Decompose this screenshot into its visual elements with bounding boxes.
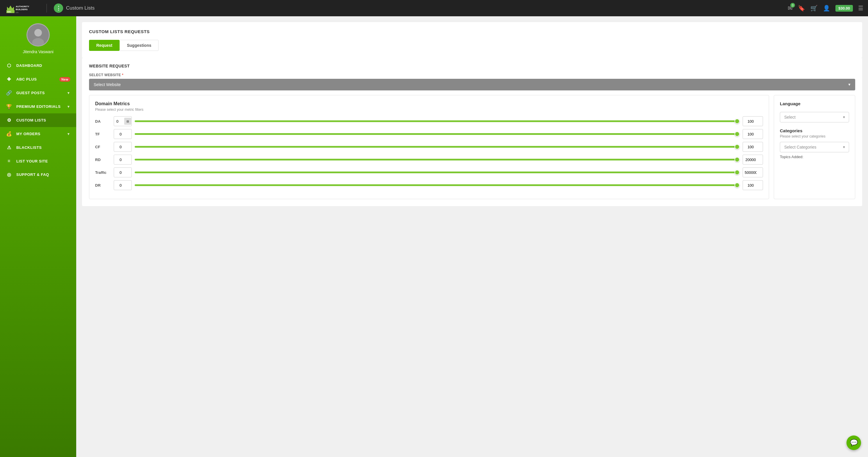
- metric-row-da: DA ⊟: [95, 116, 763, 126]
- menu-button[interactable]: ☰: [858, 5, 863, 12]
- svg-text:CO.: CO.: [16, 12, 19, 13]
- slider-cf[interactable]: [135, 142, 740, 152]
- logo-icon: ABC AUTHORITY BUILDERS CO.: [5, 3, 39, 14]
- arrow-icon: ▼: [67, 91, 70, 95]
- arrow-icon-2: ▼: [67, 105, 70, 109]
- domain-metrics-title: Domain Metrics: [95, 101, 763, 106]
- metric-row-tf: TF: [95, 129, 763, 139]
- account-button[interactable]: 👤: [823, 5, 830, 12]
- username-label: Jitendra Vaswani: [23, 50, 54, 54]
- metric-max-tf[interactable]: [743, 129, 763, 139]
- nav-page-title: Custom Lists: [66, 5, 95, 11]
- svg-point-8: [32, 38, 44, 46]
- sidebar-item-support-faq[interactable]: ◎ SUPPORT & FAQ: [0, 168, 76, 182]
- slider-dr[interactable]: [135, 180, 740, 190]
- range-cf[interactable]: [135, 146, 740, 148]
- range-tf[interactable]: [135, 133, 740, 135]
- svg-marker-0: [7, 5, 14, 11]
- list-icon: ≡: [6, 158, 12, 164]
- dashboard-icon: ⬡: [6, 63, 12, 68]
- metric-max-dr[interactable]: [743, 180, 763, 190]
- nav-divider: [46, 4, 47, 12]
- metric-min-tf[interactable]: [114, 129, 132, 139]
- metric-label-tf: TF: [95, 132, 111, 136]
- categories-section: Categories Please select your categories…: [780, 128, 849, 159]
- language-select-wrapper: Select: [780, 112, 849, 122]
- nav-menu-button[interactable]: ⋮: [54, 3, 63, 13]
- range-traffic[interactable]: [135, 171, 740, 173]
- sidebar-item-custom-lists[interactable]: ⚙ CUSTOM LISTS: [0, 113, 76, 127]
- select-website-dropdown[interactable]: Select Website: [89, 79, 855, 90]
- metric-label-dr: DR: [95, 183, 111, 188]
- notifications-button[interactable]: ✉ 0: [788, 5, 793, 12]
- tabs-row: Request Suggestions: [89, 40, 855, 51]
- side-panel: Language Select Categories Please select…: [774, 95, 855, 199]
- new-badge: New: [59, 77, 70, 82]
- metric-row-traffic: Traffic: [95, 167, 763, 177]
- slider-tf[interactable]: [135, 129, 740, 139]
- sidebar-item-blacklists[interactable]: ⚠ BLACKLISTS: [0, 141, 76, 154]
- balance-button[interactable]: $30.00: [835, 5, 853, 12]
- metric-icon-btn-da[interactable]: ⊟: [124, 118, 131, 125]
- metric-min-dr[interactable]: [114, 180, 132, 190]
- sidebar-item-premium-editorials[interactable]: 🏆 PREMIUM EDITORIALS ▼: [0, 100, 76, 113]
- metric-min-rd[interactable]: [114, 155, 132, 165]
- chat-icon: 💬: [850, 439, 858, 447]
- slider-rd[interactable]: [135, 155, 740, 165]
- sidebar-item-guest-posts[interactable]: 🔗 GUEST POSTS ▼: [0, 86, 76, 100]
- domain-metrics-subtitle: Please select your metric filters: [95, 107, 763, 111]
- sidebar-item-dashboard[interactable]: ⬡ DASHBOARD: [0, 59, 76, 72]
- select-website-label: SELECT WEBSITE *: [89, 73, 855, 77]
- chat-fab-button[interactable]: 💬: [846, 435, 861, 450]
- metric-row-dr: DR: [95, 180, 763, 190]
- sidebar-item-abc-plus[interactable]: ✚ ABC PLUS New: [0, 72, 76, 86]
- language-section: Language Select: [780, 101, 849, 122]
- metric-max-cf[interactable]: [743, 142, 763, 152]
- website-request-card: WEBSITE REQUEST SELECT WEBSITE * Select …: [82, 58, 862, 206]
- tab-suggestions[interactable]: Suggestions: [120, 40, 158, 51]
- metrics-layout: Domain Metrics Please select your metric…: [89, 95, 855, 199]
- metric-max-traffic[interactable]: [743, 167, 763, 177]
- slider-traffic[interactable]: [135, 167, 740, 177]
- svg-text:BUILDERS: BUILDERS: [16, 8, 28, 11]
- metric-row-cf: CF: [95, 142, 763, 152]
- language-select[interactable]: Select: [780, 112, 849, 122]
- range-dr[interactable]: [135, 184, 740, 186]
- metric-label-traffic: Traffic: [95, 170, 111, 175]
- slider-da[interactable]: [135, 116, 740, 126]
- top-nav: ABC AUTHORITY BUILDERS CO. ⋮ Custom List…: [0, 0, 868, 16]
- sidebar-item-list-your-site[interactable]: ≡ LIST YOUR SITE: [0, 154, 76, 168]
- metric-input-da-wrapper: ⊟: [114, 116, 132, 126]
- metric-row-rd: RD: [95, 155, 763, 165]
- categories-select[interactable]: Select Categories: [780, 142, 849, 152]
- metric-max-rd[interactable]: [743, 155, 763, 165]
- categories-subtitle: Please select your categories: [780, 134, 849, 138]
- website-request-title: WEBSITE REQUEST: [89, 64, 855, 68]
- metric-max-da[interactable]: [743, 116, 763, 126]
- link-icon: 🔗: [6, 90, 12, 96]
- layout: Jitendra Vaswani ⬡ DASHBOARD ✚ ABC PLUS …: [0, 16, 868, 457]
- tab-request[interactable]: Request: [89, 40, 120, 51]
- main-content: CUSTOM LISTS REQUESTS Request Suggestion…: [76, 16, 868, 457]
- metric-label-rd: RD: [95, 158, 111, 162]
- bookmarks-button[interactable]: 🔖: [798, 5, 805, 12]
- topics-label: Topics Added:: [780, 155, 849, 159]
- notification-badge: 0: [790, 3, 795, 7]
- range-rd[interactable]: [135, 159, 740, 161]
- required-marker: *: [122, 73, 123, 77]
- svg-text:ABC: ABC: [7, 11, 11, 13]
- cart-icon: 🛒: [810, 5, 818, 12]
- range-da[interactable]: [135, 120, 740, 122]
- cart-button[interactable]: 🛒: [810, 5, 818, 12]
- nav-page-info: ⋮ Custom Lists: [54, 3, 95, 13]
- hamburger-icon: ☰: [858, 5, 863, 12]
- select-website-group: SELECT WEBSITE * Select Website: [89, 73, 855, 90]
- gear-icon: ⚙: [6, 118, 12, 123]
- sidebar-item-my-orders[interactable]: 💰 MY ORDERS ▼: [0, 127, 76, 141]
- metric-label-cf: CF: [95, 145, 111, 149]
- arrow-icon-3: ▼: [67, 132, 70, 136]
- bookmark-icon: 🔖: [798, 5, 805, 12]
- metric-min-traffic[interactable]: [114, 167, 132, 177]
- metric-min-cf[interactable]: [114, 142, 132, 152]
- svg-text:AUTHORITY: AUTHORITY: [16, 5, 29, 8]
